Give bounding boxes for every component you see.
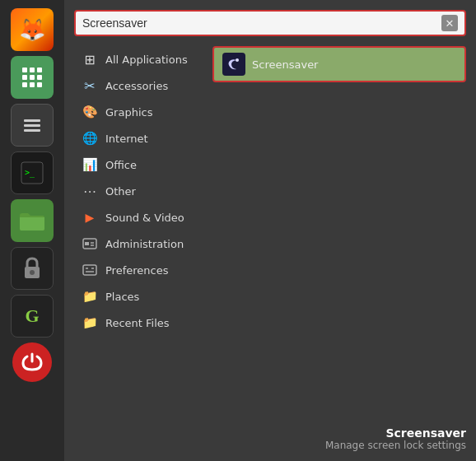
sidebar-grid[interactable] [11,56,54,99]
category-internet[interactable]: 🌐 Internet [74,125,206,151]
lock-icon [21,256,44,281]
main-panel: ✕ ⊞ All Applications ✂ Accessories 🎨 Gra… [64,0,476,461]
all-icon: ⊞ [81,50,99,68]
sidebar-firefox[interactable]: 🦊 [11,8,54,51]
app-screensaver[interactable]: Screensaver [212,46,466,82]
category-recent[interactable]: 📁 Recent Files [74,310,206,336]
usc-icon [21,114,44,137]
screensaver-app-label: Screensaver [252,58,318,71]
category-sound[interactable]: ▶ Sound & Video [74,204,206,230]
power-icon [21,351,44,374]
sidebar-lock[interactable] [11,247,54,290]
sound-icon: ▶ [81,208,99,226]
prefs-icon [81,261,99,279]
sidebar-terminal[interactable]: >_ [11,151,54,194]
folder-icon [18,209,46,232]
update-icon: G [25,305,39,327]
sidebar-update[interactable]: G [11,295,54,338]
category-all-label: All Applications [105,54,188,66]
category-prefs-label: Preferences [105,264,168,277]
screensaver-app-icon [222,53,245,76]
category-other[interactable]: ⋯ Other [74,178,206,204]
terminal-icon: >_ [20,161,44,185]
svg-point-16 [236,58,239,62]
search-bar-wrapper: ✕ [74,10,466,36]
category-internet-label: Internet [105,133,148,145]
svg-point-6 [30,270,35,275]
sidebar-power[interactable] [12,342,52,382]
categories-list: ⊞ All Applications ✂ Accessories 🎨 Graph… [74,46,206,420]
category-prefs[interactable]: Preferences [74,257,206,283]
accessories-icon: ✂ [81,77,99,95]
category-graphics-label: Graphics [105,106,152,119]
status-bar: Screensaver Manage screen lock settings [74,420,466,451]
category-recent-label: Recent Files [105,317,170,329]
search-input[interactable] [82,16,441,30]
grid-icon [22,68,42,87]
category-admin-label: Administration [105,238,184,250]
category-sound-label: Sound & Video [105,212,184,224]
content-area: ⊞ All Applications ✂ Accessories 🎨 Graph… [74,46,466,420]
category-accessories[interactable]: ✂ Accessories [74,72,206,99]
recent-icon: 📁 [81,314,99,332]
status-app-desc: Manage screen lock settings [74,440,466,451]
category-office-label: Office [105,159,137,171]
category-accessories-label: Accessories [105,80,168,92]
category-places-label: Places [105,291,139,303]
graphics-icon: 🎨 [81,103,99,121]
office-icon: 📊 [81,156,99,174]
other-icon: ⋯ [81,182,99,200]
svg-rect-8 [85,242,89,245]
category-admin[interactable]: Administration [74,230,206,257]
category-office[interactable]: 📊 Office [74,151,206,178]
svg-rect-15 [223,54,245,75]
sidebar-folder[interactable] [11,199,54,242]
internet-icon: 🌐 [81,129,99,147]
svg-text:>_: >_ [25,168,35,178]
svg-rect-11 [83,265,96,275]
status-app-name: Screensaver [74,426,466,440]
svg-rect-2 [24,129,40,132]
category-other-label: Other [105,185,136,198]
category-graphics[interactable]: 🎨 Graphics [74,99,206,125]
svg-rect-0 [24,119,40,122]
admin-icon [81,235,99,253]
svg-rect-1 [24,124,40,127]
search-bar: ✕ [74,10,466,36]
search-clear-button[interactable]: ✕ [441,15,458,31]
apps-area: Screensaver [206,46,466,420]
category-all[interactable]: ⊞ All Applications [74,46,206,72]
sidebar: 🦊 >_ G [0,0,64,461]
firefox-icon: 🦊 [19,17,45,42]
places-icon: 📁 [81,287,99,305]
category-places[interactable]: 📁 Places [74,283,206,310]
sidebar-usc[interactable] [11,104,54,147]
